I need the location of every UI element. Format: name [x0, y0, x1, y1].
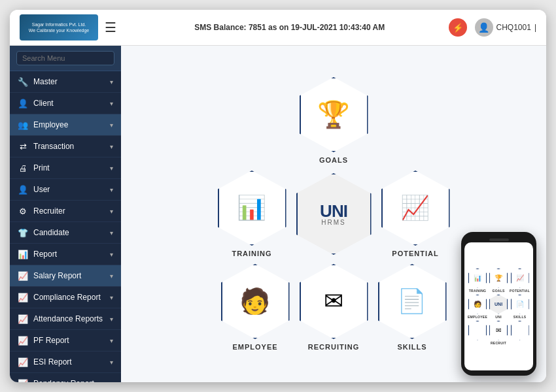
sidebar-item-pf-report[interactable]: 📈 PF Report ▾ [10, 330, 121, 351]
hex-cell-recruiting[interactable]: ✉ RECRUITING [300, 264, 368, 351]
hex-potential[interactable]: 📈 [381, 171, 450, 246]
hex-center: UNI HRMS [296, 173, 372, 255]
header-right: ⚡ 👤 CHQ1001 | [449, 18, 537, 37]
hex-row-1: 🏆 GOALS [221, 77, 447, 164]
goals-trophy-icon: 🏆 [317, 99, 350, 130]
app-frame: Sagar Informatics Pvt. Ltd. We Calibrate… [10, 10, 546, 382]
employee-icon-container: 🧑 [229, 272, 282, 331]
phone-hex-empty1 [468, 321, 487, 345]
sidebar-label-report: Report [33, 250, 57, 259]
training-board-icon: 📊 [237, 194, 266, 221]
brand-logo: UNI HRMS [320, 203, 347, 226]
phone-hex-uni-shape: UNI [489, 295, 508, 314]
attendance-icon: 📈 [18, 314, 28, 324]
hex-training[interactable]: 📊 [218, 171, 287, 246]
sidebar-item-recruiter[interactable]: ⚙ Recruiter ▾ [10, 201, 121, 222]
phone-hex-potential: 📈 POTENTIAL [510, 269, 530, 293]
master-chevron: ▾ [110, 78, 113, 86]
recruiting-icon-container: ✉ [307, 272, 360, 331]
transaction-icon: ⇄ [18, 141, 28, 152]
sidebar-label-master: Master [33, 77, 58, 86]
sidebar-item-candidate[interactable]: 👕 Candidate ▾ [10, 222, 121, 244]
employee-person-icon: 🧑 [239, 287, 270, 316]
sidebar-item-transaction[interactable]: ⇄ Transaction ▾ [10, 136, 121, 157]
recruiting-label: RECRUITING [308, 343, 359, 351]
phone-hex-potential-shape: 📈 [511, 269, 529, 288]
phone-hex-empty2 [510, 321, 530, 345]
sidebar-label-salary-report: Salary Report [33, 271, 81, 280]
employee-icon: 👥 [18, 120, 28, 130]
sidebar-item-user[interactable]: 👤 User ▾ [10, 179, 121, 201]
search-input[interactable] [16, 51, 114, 65]
phone-hex-employee-shape: 🧑 [468, 295, 487, 314]
potential-chart-icon: 📈 [400, 194, 430, 221]
hex-recruiting[interactable]: ✉ [300, 264, 368, 339]
sidebar-item-esi-report[interactable]: 📈 ESI Report ▾ [10, 351, 121, 373]
user-chevron: | [534, 23, 536, 32]
sidebar-label-employee: Employee [33, 120, 68, 129]
client-chevron: ▾ [110, 100, 113, 107]
phone-hex-employee: 🧑 EMPLOYEE [468, 295, 487, 319]
hex-cell-potential[interactable]: 📈 POTENTIAL [381, 171, 450, 257]
goals-label: GOALS [319, 156, 348, 164]
hex-cell-skills[interactable]: 📄 SKILLS [378, 264, 447, 351]
sidebar-item-attendance[interactable]: 📈 Attendance Reports ▾ [10, 308, 121, 330]
sidebar-item-report[interactable]: 📊 Report ▾ [10, 244, 121, 265]
sidebar-label-user: User [33, 185, 50, 194]
logo-line1: Sagar Informatics Pvt. Ltd. [32, 22, 86, 27]
phone-hex-uni: UNI UNI [489, 295, 508, 319]
skills-icon-container: 📄 [386, 272, 439, 331]
sidebar-label-recruiter: Recruiter [33, 206, 65, 216]
search-menu-container [10, 46, 121, 71]
hex-cell-training[interactable]: 📊 TRAINING [218, 171, 287, 257]
pf-icon: 📈 [18, 335, 28, 346]
logo-text: Sagar Informatics Pvt. Ltd. We Calibrate… [29, 22, 89, 33]
sidebar-label-esi: ESI Report [33, 357, 72, 367]
hex-skills[interactable]: 📄 [378, 264, 447, 339]
esi-icon: 📈 [18, 357, 28, 367]
logo-area: Sagar Informatics Pvt. Ltd. We Calibrate… [20, 14, 131, 41]
user-info[interactable]: 👤 CHQ1001 | [475, 18, 537, 37]
sms-balance: SMS Balance: 7851 as on 19-JUL-2021 10:4… [131, 23, 449, 32]
sidebar-item-salary-report[interactable]: 📈 Salary Report ▾ [10, 265, 121, 287]
hex-cell-goals[interactable]: 🏆 GOALS [300, 77, 368, 164]
hamburger-button[interactable]: ☰ [105, 20, 116, 35]
hex-cell-employee[interactable]: 🧑 EMPLOYEE [221, 264, 290, 351]
phone-hex-training-label: TRAINING [469, 289, 487, 293]
header: Sagar Informatics Pvt. Ltd. We Calibrate… [10, 10, 546, 46]
body-area: 🔧 Master ▾ 👤 Client ▾ 👥 Employee ▾ [10, 46, 546, 382]
client-icon: 👤 [18, 98, 28, 108]
recruiting-mail-icon: ✉ [324, 287, 343, 315]
phone-hex-skills-shape: 📄 [511, 295, 529, 314]
sidebar-item-master[interactable]: 🔧 Master ▾ [10, 71, 121, 93]
phone-hex-recruiting-shape: ✉ [489, 321, 508, 340]
sidebar-item-pendancy[interactable]: 📈 Pendancy Report ▾ [10, 373, 121, 382]
recruiter-chevron: ▾ [110, 208, 113, 215]
potential-icon-container: 📈 [389, 179, 442, 237]
phone-hex-skills-label: SKILLS [513, 315, 527, 319]
phone-hex-grid: 📊 TRAINING 🏆 GOALS 📈 POTENTIAL 🧑 [466, 267, 532, 347]
sidebar-label-compliance: Compliance Report [33, 293, 101, 302]
notification-bell[interactable]: ⚡ [449, 18, 467, 37]
pendancy-chevron: ▾ [110, 380, 113, 383]
pf-chevron: ▾ [110, 337, 113, 344]
sidebar-label-client: Client [33, 99, 54, 108]
goals-icon-container: 🏆 [307, 86, 360, 144]
sidebar-item-compliance-report[interactable]: 📈 Compliance Report ▾ [10, 287, 121, 308]
skills-doc-icon: 📄 [397, 287, 426, 315]
candidate-chevron: ▾ [110, 229, 113, 237]
hex-grid: 🏆 GOALS 📊 TRA [218, 77, 450, 351]
print-chevron: ▾ [110, 165, 113, 172]
hex-goals[interactable]: 🏆 [300, 77, 368, 152]
logo-line2: We Calibrate your Knowledge [29, 28, 89, 33]
hex-employee[interactable]: 🧑 [221, 264, 290, 339]
salary-report-chevron: ▾ [110, 272, 113, 280]
sidebar-item-print[interactable]: 🖨 Print ▾ [10, 157, 121, 179]
sidebar-item-employee[interactable]: 👥 Employee ▾ [10, 114, 121, 136]
sidebar-item-client[interactable]: 👤 Client ▾ [10, 93, 121, 114]
phone-hex-goals-shape: 🏆 [489, 269, 508, 288]
user-id: CHQ1001 [496, 23, 531, 32]
main-content: 🏆 GOALS 📊 TRA [121, 46, 546, 382]
phone-screen: 📊 TRAINING 🏆 GOALS 📈 POTENTIAL 🧑 [464, 242, 533, 370]
report-icon: 📊 [18, 249, 28, 259]
